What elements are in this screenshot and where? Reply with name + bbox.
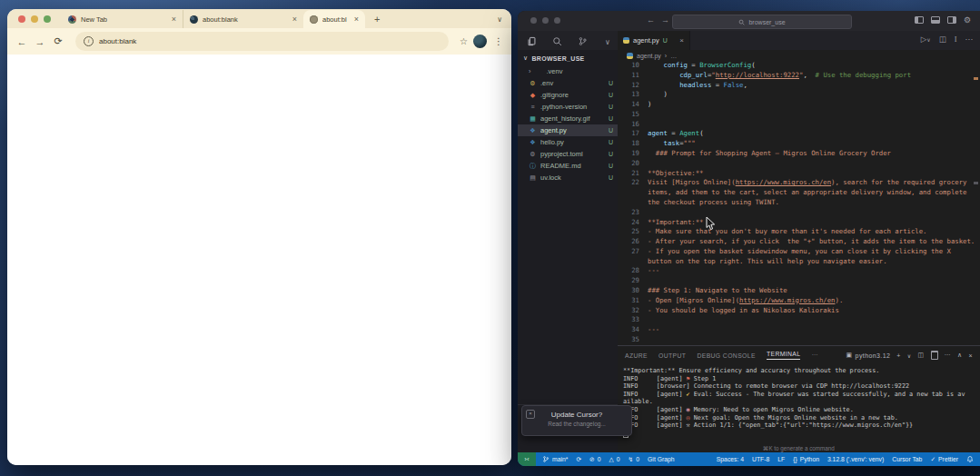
panel-tab-terminal[interactable]: TERMINAL [767,351,801,360]
breadcrumb-file[interactable]: agent.py [637,53,661,59]
close-window-icon[interactable] [530,17,537,24]
notification-body[interactable]: Read the changelog... [528,421,626,427]
macos-window-controls[interactable] [530,17,560,24]
browser-menu-icon[interactable]: ⋮ [494,36,503,46]
tab-close-icon[interactable]: × [292,15,297,24]
interactive-window-icon[interactable]: I [955,35,957,44]
status-item-encoding[interactable]: UTF-8 [752,456,769,462]
panel-tab--[interactable]: ⋯ [811,352,817,359]
chevron-right-icon: › [529,67,531,75]
more-actions-icon[interactable]: ⋯ [945,352,951,359]
forward-button[interactable]: → [34,36,46,47]
remote-indicator[interactable]: ›‹ [518,452,536,466]
status-item-cursor-tab[interactable]: Cursor Tab [892,456,922,462]
minimize-window-icon[interactable] [31,15,38,23]
browser-tab[interactable]: about:blank× [183,10,303,28]
status-item-prettier[interactable]: ✓Prettier [930,456,958,463]
explorer-item-agent-history-gif[interactable]: ▦agent_history.gifU [518,113,618,124]
status-item-errors[interactable]: ⊘0 [589,456,600,463]
explorer-item-agent-py[interactable]: ❖agent.pyU [518,124,618,136]
maximize-panel-icon[interactable]: ∧ [957,352,963,359]
explorer-item--env[interactable]: ⚙.envU [518,77,618,89]
blank-page-content[interactable] [7,55,511,465]
explorer-item-readme-md[interactable]: ⓘREADME.mdU [518,160,618,172]
explorer-root-header[interactable]: ∨ BROWSER_USE [518,50,618,65]
close-panel-icon[interactable]: × [969,352,974,359]
terminal-output[interactable]: **Important:** Ensure efficiency and acc… [618,362,980,443]
line-number: 28 [618,266,648,276]
tab-close-icon[interactable]: × [354,15,359,24]
close-icon[interactable]: × [679,36,684,45]
fullscreen-window-icon[interactable] [554,17,560,24]
more-actions-icon[interactable]: ⋯ [965,35,974,44]
code-text: **Important:** [648,218,704,228]
bookmark-star-icon[interactable]: ☆ [460,36,468,46]
explorer-item--python-version[interactable]: ≡.python-versionU [518,101,618,113]
history-back-icon[interactable]: ← [647,15,655,25]
breadcrumb-more[interactable]: … [670,53,677,59]
explorer-item-hello-py[interactable]: ❖hello.pyU [518,136,618,148]
file-name: agent.py [540,126,605,134]
breadcrumb[interactable]: agent.py › … [618,50,980,61]
code-editor[interactable]: agent.py › … 10 config = BrowserConfig(1… [618,50,980,345]
panel-tab-output[interactable]: OUTPUT [658,352,686,359]
history-forward-icon[interactable]: → [661,15,669,25]
search-icon[interactable] [550,34,563,50]
panel-tab-azure[interactable]: AZURE [625,352,648,359]
run-python-file-icon[interactable]: ▷∨ [921,35,931,44]
new-tab-button[interactable]: + [374,14,380,25]
status-item-warnings[interactable]: △0 [609,456,620,463]
toggle-sidebar-icon[interactable] [915,16,924,24]
minimize-window-icon[interactable] [542,17,549,24]
code-line: 34--- [618,325,980,335]
browser-tab-active[interactable]: about:bl× [303,10,365,28]
status-item-git-branch[interactable]: main* [542,455,568,463]
toggle-secondary-sidebar-icon[interactable] [947,16,956,24]
close-window-icon[interactable] [18,15,25,23]
root-folder-name: BROWSER_USE [531,55,584,62]
split-editor-icon[interactable]: ◫ [939,35,946,44]
status-item-notifications-bell[interactable] [966,455,974,463]
close-icon[interactable]: × [526,410,535,419]
panel-tab-debug-console[interactable]: DEBUG CONSOLE [697,352,756,359]
code-text: - You should be logged in as Nikolaos Ka… [648,306,839,316]
chevron-down-icon[interactable]: ∨ [601,38,614,46]
url-text[interactable]: about:blank [99,37,136,45]
status-item-language-mode[interactable]: {}Python [793,456,819,462]
new-terminal-icon[interactable]: + [896,352,901,359]
status-item-indentation[interactable]: Spaces: 4 [717,456,744,462]
explorer-icon[interactable] [525,34,538,50]
back-button[interactable]: ← [15,36,28,47]
fullscreen-window-icon[interactable] [44,15,51,23]
profile-avatar[interactable] [473,35,487,48]
code-lines[interactable]: 10 config = BrowserConfig(11 cdp_url="ht… [618,61,980,345]
explorer-item-uv-lock[interactable]: ▤uv.lockU [518,172,618,183]
explorer-item--gitignore[interactable]: ◆.gitignoreU [518,89,618,101]
tab-close-icon[interactable]: × [172,15,176,24]
tab-search-chevron-icon[interactable]: ∨ [497,15,502,24]
active-terminal[interactable]: ▣ python3.12 [846,352,891,359]
toggle-panel-icon[interactable] [931,16,940,24]
status-item-lightning-count[interactable]: ↯0 [629,456,639,463]
update-notification[interactable]: × Update Cursor? Read the changelog... [521,405,632,436]
address-bar[interactable]: i about:blank [75,32,449,51]
status-item-python-interpreter[interactable]: 3.12.8 ('.venv': venv) [827,456,884,462]
editor-title-bar: ← → browser_use ⚙ [518,11,980,32]
macos-window-controls[interactable] [18,15,51,23]
status-item-git-graph[interactable]: Git Graph [648,456,674,462]
source-control-icon[interactable] [576,34,589,50]
explorer-item--venv[interactable]: ›.venv [518,65,618,77]
status-item-sync[interactable]: ⟳ [576,456,581,463]
kill-terminal-icon[interactable] [931,351,938,360]
command-center-search[interactable]: browser_use [672,15,852,29]
explorer-item-pyproject-toml[interactable]: ⚙pyproject.tomlU [518,148,618,160]
terminal-profile-chevron-icon[interactable]: ∨ [907,352,912,359]
browser-tab[interactable]: New Tab× [62,10,183,28]
split-terminal-icon[interactable]: ◫ [918,352,925,359]
status-item-eol[interactable]: LF [777,456,785,462]
site-info-icon[interactable]: i [84,36,94,46]
reload-button[interactable]: ⟳ [52,35,64,47]
line-number: 14 [618,100,648,110]
editor-tab-agent-py[interactable]: agent.py U × [618,31,690,50]
settings-gear-icon[interactable]: ⚙ [964,15,971,25]
